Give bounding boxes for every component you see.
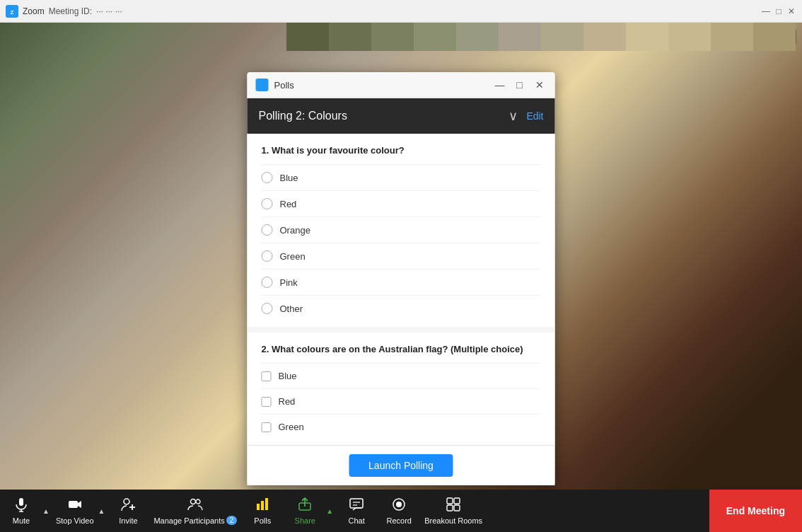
option-label-q1-orange: Orange bbox=[280, 225, 310, 236]
invite-button[interactable]: Invite bbox=[107, 490, 149, 532]
minimize-button[interactable]: — bbox=[761, 6, 771, 16]
bottom-toolbar: Mute ▲ Stop Video ▲ bbox=[0, 490, 802, 532]
zoom-logo-icon: Z bbox=[6, 5, 18, 18]
polls-content[interactable]: 1. What is your favourite colour? Blue R… bbox=[248, 134, 555, 445]
polls-toolbar-label: Polls bbox=[254, 516, 271, 525]
end-meeting-label: End Meeting bbox=[726, 505, 785, 516]
mute-group: Mute ▲ bbox=[0, 490, 52, 532]
option-label-q1-pink: Pink bbox=[280, 277, 298, 288]
svg-text:Z: Z bbox=[11, 8, 14, 15]
polls-close-button[interactable]: ✕ bbox=[533, 78, 547, 92]
manage-participants-button[interactable]: Manage Participants2 bbox=[149, 490, 241, 532]
thumb-10 bbox=[668, 23, 711, 51]
section-divider bbox=[248, 327, 555, 332]
option-row: Blue bbox=[262, 363, 541, 388]
mute-button[interactable]: Mute bbox=[0, 490, 42, 532]
radio-q1-orange[interactable] bbox=[262, 224, 273, 236]
radio-q1-other[interactable] bbox=[262, 303, 273, 314]
share-button[interactable]: Share bbox=[284, 490, 326, 532]
svg-point-9 bbox=[191, 499, 196, 504]
maximize-button[interactable]: □ bbox=[774, 6, 784, 16]
radio-q1-blue[interactable] bbox=[262, 172, 273, 183]
thumb-8 bbox=[583, 23, 626, 51]
manage-participants-label: Manage Participants2 bbox=[153, 516, 237, 525]
svg-rect-13 bbox=[265, 498, 268, 510]
polls-footer: Launch Polling bbox=[248, 445, 555, 485]
thumb-5 bbox=[456, 23, 499, 51]
stop-video-group: Stop Video ▲ bbox=[52, 490, 107, 532]
polls-dropdown-icon[interactable]: ∨ bbox=[508, 108, 518, 124]
option-row: Green bbox=[262, 414, 541, 439]
option-row: Blue bbox=[262, 164, 541, 190]
svg-rect-11 bbox=[257, 504, 260, 510]
svg-rect-12 bbox=[261, 501, 264, 510]
polls-titlebar-right: — □ ✕ bbox=[493, 78, 547, 92]
option-label-q2-green: Green bbox=[279, 422, 304, 432]
question-2-section: 2. What colours are on the Australian fl… bbox=[248, 332, 555, 445]
share-label: Share bbox=[295, 516, 315, 525]
thumb-7 bbox=[541, 23, 583, 51]
svg-point-10 bbox=[196, 499, 200, 504]
polls-poll-title: Polling 2: Colours bbox=[259, 110, 347, 122]
polls-dialog-icon bbox=[256, 79, 269, 91]
checkbox-q2-blue[interactable] bbox=[262, 371, 272, 381]
mute-arrow-button[interactable]: ▲ bbox=[42, 490, 52, 532]
svg-rect-21 bbox=[454, 498, 460, 504]
polls-maximize-button[interactable]: □ bbox=[513, 78, 527, 92]
record-button[interactable]: Record bbox=[378, 490, 420, 532]
option-label-q1-other: Other bbox=[280, 303, 303, 314]
svg-rect-5 bbox=[69, 501, 78, 508]
participants-badge: 2 bbox=[226, 516, 238, 525]
invite-icon bbox=[120, 497, 136, 514]
camera-icon bbox=[67, 497, 83, 514]
polls-minimize-button[interactable]: — bbox=[493, 78, 507, 92]
thumb-9 bbox=[626, 23, 668, 51]
thumb-3 bbox=[371, 23, 414, 51]
launch-polling-button[interactable]: Launch Polling bbox=[349, 454, 453, 477]
radio-q1-red[interactable] bbox=[262, 198, 273, 209]
question-1-section: 1. What is your favourite colour? Blue R… bbox=[248, 134, 555, 327]
chat-icon bbox=[349, 497, 364, 514]
breakout-rooms-button[interactable]: Breakout Rooms bbox=[420, 490, 487, 532]
participants-icon bbox=[187, 497, 203, 514]
svg-rect-20 bbox=[447, 498, 453, 504]
question-2-title: 2. What colours are on the Australian fl… bbox=[262, 344, 541, 354]
thumb-1 bbox=[286, 23, 329, 51]
checkbox-q2-green[interactable] bbox=[262, 422, 272, 432]
close-button[interactable]: ✕ bbox=[786, 6, 796, 16]
thumb-2 bbox=[329, 23, 371, 51]
meeting-id-value: ··· ··· ··· bbox=[96, 6, 122, 16]
video-area: ⊞ # Gallery View ⤢ Polls — □ bbox=[0, 23, 802, 490]
checkbox-q2-red[interactable] bbox=[262, 397, 272, 407]
toolbar-left: Mute ▲ Stop Video ▲ bbox=[0, 490, 709, 532]
option-label-q2-blue: Blue bbox=[279, 371, 297, 381]
option-row: Green bbox=[262, 243, 541, 269]
polls-button[interactable]: Polls bbox=[241, 490, 284, 532]
polls-header: Polling 2: Colours ∨ Edit bbox=[248, 98, 555, 134]
share-arrow-button[interactable]: ▲ bbox=[326, 490, 335, 532]
option-label-q1-blue: Blue bbox=[280, 173, 298, 183]
polls-toolbar-icon bbox=[255, 497, 270, 514]
option-row: Orange bbox=[262, 216, 541, 243]
participant-strip bbox=[286, 23, 802, 51]
option-label-q1-red: Red bbox=[280, 199, 297, 209]
stop-video-button[interactable]: Stop Video bbox=[52, 490, 98, 532]
thumb-6 bbox=[499, 23, 541, 51]
radio-q1-green[interactable] bbox=[262, 250, 273, 262]
option-row: Red bbox=[262, 190, 541, 216]
breakout-rooms-icon bbox=[446, 497, 461, 514]
option-row: Other bbox=[262, 295, 541, 321]
share-group: Share ▲ bbox=[284, 490, 335, 532]
video-arrow-button[interactable]: ▲ bbox=[98, 490, 107, 532]
record-label: Record bbox=[386, 516, 411, 525]
chat-button[interactable]: Chat bbox=[335, 490, 378, 532]
svg-rect-2 bbox=[19, 498, 23, 506]
polls-edit-button[interactable]: Edit bbox=[526, 110, 543, 122]
end-meeting-button[interactable]: End Meeting bbox=[709, 490, 802, 532]
thumb-4 bbox=[414, 23, 456, 51]
polls-titlebar-left: Polls bbox=[256, 79, 294, 91]
polls-header-right: ∨ Edit bbox=[508, 108, 543, 124]
radio-q1-pink[interactable] bbox=[262, 277, 273, 288]
option-label-q1-green: Green bbox=[280, 251, 306, 262]
share-icon bbox=[297, 497, 313, 514]
